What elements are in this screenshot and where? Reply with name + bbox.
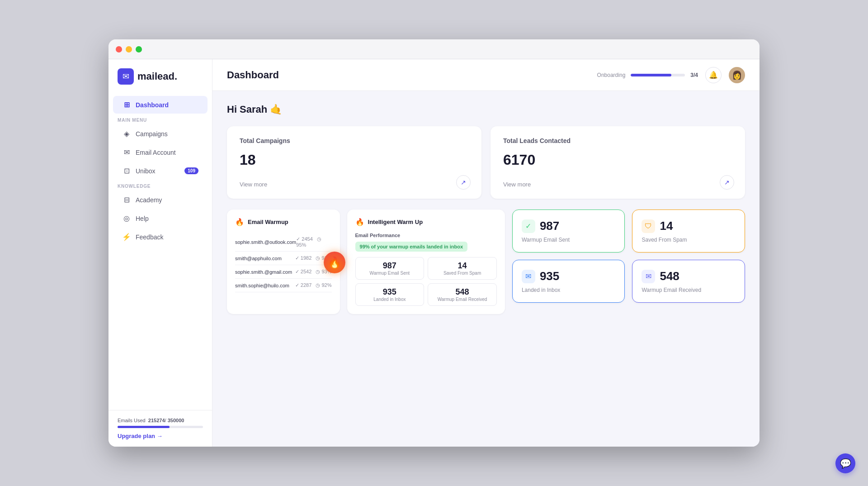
email-address: sophie.smith.@gmail.com bbox=[235, 269, 292, 275]
sidebar: ✉ mailead. ⊞ Dashboard MAIN MENU ◈ Campa… bbox=[108, 59, 212, 447]
sidebar-item-label: Feedback bbox=[136, 233, 163, 241]
sidebar-item-label: Dashboard bbox=[136, 101, 169, 109]
check-icon: ✓ bbox=[522, 219, 535, 233]
mini-stat-top: ✉ 935 bbox=[522, 269, 616, 283]
mini-stats-container: ✓ 987 Warmup Email Sent 🛡 14 bbox=[512, 210, 745, 314]
list-item: sophie.smith.@gmail.com ✓ 2542 ◷ 93% bbox=[235, 265, 332, 279]
emails-used-label: Emails Used 215274/ 350000 bbox=[118, 418, 203, 423]
page-title: Dashboard bbox=[227, 69, 279, 81]
perf-num-spam: 14 bbox=[433, 261, 492, 271]
perf-num-sent: 987 bbox=[360, 261, 420, 271]
titlebar bbox=[108, 39, 760, 59]
mini-stat-saved-spam: 🛡 14 Saved From Spam bbox=[632, 210, 745, 253]
intelligent-warmup-header: 🔥 Intelligent Warm Up bbox=[355, 218, 497, 226]
onboarding-progress-fill bbox=[631, 74, 671, 76]
app-window: ✉ mailead. ⊞ Dashboard MAIN MENU ◈ Campa… bbox=[108, 39, 760, 447]
onboarding-progress-bar bbox=[631, 74, 685, 76]
onboarding-area: Onboarding 3/4 bbox=[597, 72, 698, 78]
perf-label-sent: Warmup Email Sent bbox=[360, 271, 420, 276]
emails-progress-bar bbox=[118, 426, 203, 428]
total-campaigns-card: Total Campaigns 18 View more ↗ bbox=[227, 126, 481, 199]
chat-button[interactable]: 💬 bbox=[835, 453, 855, 473]
header: Dashboard Onboarding 3/4 🔔 👩 bbox=[212, 59, 760, 91]
feedback-icon: ⚡ bbox=[122, 233, 131, 241]
warmup-flame-indicator: 🔥 bbox=[324, 252, 345, 273]
mini-stat-label-inbox: Landed in Inbox bbox=[522, 287, 616, 293]
notifications-button[interactable]: 🔔 bbox=[705, 67, 722, 83]
email-address: smith.sophie@huilo.com bbox=[235, 283, 289, 288]
avatar[interactable]: 👩 bbox=[729, 67, 745, 83]
total-campaigns-value: 18 bbox=[240, 152, 469, 168]
traffic-lights bbox=[116, 46, 142, 52]
perf-cell-sent: 987 Warmup Email Sent bbox=[355, 257, 425, 280]
intelligent-warmup-card: 🔥 Intelligent Warm Up Email Performance … bbox=[347, 210, 505, 314]
mini-stat-label-received: Warmup Email Received bbox=[642, 287, 736, 293]
home-icon: ⊞ bbox=[122, 100, 131, 109]
perf-label-spam: Saved From Spam bbox=[433, 271, 492, 276]
main-menu-label: MAIN MENU bbox=[108, 114, 212, 124]
dashboard-content: Hi Sarah 🤙 Total Campaigns 18 View more … bbox=[212, 91, 760, 447]
academy-icon: ⊟ bbox=[122, 195, 131, 204]
sidebar-item-academy[interactable]: ⊟ Academy bbox=[113, 191, 208, 209]
main-content: Dashboard Onboarding 3/4 🔔 👩 bbox=[212, 59, 760, 447]
view-more-campaigns-arrow[interactable]: ↗ bbox=[456, 175, 471, 190]
email-icon: ✉ bbox=[122, 148, 131, 157]
receive-icon: ✉ bbox=[642, 270, 655, 283]
header-right: Onboarding 3/4 🔔 👩 bbox=[597, 67, 745, 83]
flame-icon-2: 🔥 bbox=[355, 218, 364, 226]
list-item: smith.sophie@huilo.com ✓ 2287 ◷ 92% bbox=[235, 279, 332, 292]
mini-stat-label-spam: Saved From Spam bbox=[642, 237, 736, 243]
shield-icon: 🛡 bbox=[642, 219, 655, 233]
performance-badge: 99% of your warmup emails landed in inbo… bbox=[355, 242, 468, 252]
sidebar-item-help[interactable]: ◎ Help bbox=[113, 210, 208, 227]
emails-progress-fill bbox=[118, 426, 170, 428]
sidebar-item-unibox[interactable]: ⊡ Unibox 109 bbox=[113, 162, 208, 180]
campaigns-icon: ◈ bbox=[122, 129, 131, 138]
sidebar-item-label: Email Account bbox=[136, 149, 176, 156]
sidebar-item-feedback[interactable]: ⚡ Feedback bbox=[113, 228, 208, 246]
warmup-row: 🔥 Email Warmup sophie.smith.@outlook.com… bbox=[227, 210, 745, 314]
email-address: smith@apphuilo.com bbox=[235, 256, 282, 261]
mini-stat-num-spam: 14 bbox=[660, 219, 673, 233]
logo-area: ✉ mailead. bbox=[108, 59, 212, 95]
greeting: Hi Sarah 🤙 bbox=[227, 104, 745, 115]
perf-cell-received: 548 Warmup Email Received bbox=[428, 283, 497, 306]
view-more-campaigns[interactable]: View more bbox=[240, 181, 469, 188]
mini-stat-top: ✓ 987 bbox=[522, 219, 616, 233]
sidebar-item-label: Help bbox=[136, 215, 149, 222]
sidebar-item-email-account[interactable]: ✉ Email Account bbox=[113, 143, 208, 161]
email-address: sophie.smith.@outlook.com bbox=[235, 239, 296, 245]
upgrade-plan-link[interactable]: Upgrade plan → bbox=[118, 433, 203, 439]
unibox-icon: ⊡ bbox=[122, 167, 131, 175]
unibox-badge: 109 bbox=[184, 167, 198, 174]
onboarding-label: Onboarding bbox=[597, 72, 626, 78]
sidebar-item-dashboard[interactable]: ⊞ Dashboard bbox=[113, 96, 208, 114]
knowledge-label: KNOWLEDGE bbox=[108, 180, 212, 191]
list-item: sophie.smith.@outlook.com ✓ 2454 ◷ 95% bbox=[235, 233, 332, 252]
total-leads-value: 6170 bbox=[503, 152, 732, 168]
sidebar-item-campaigns[interactable]: ◈ Campaigns bbox=[113, 125, 208, 143]
perf-label-inbox: Landed in Inbox bbox=[360, 297, 420, 302]
view-more-leads[interactable]: View more bbox=[503, 181, 732, 188]
inbox-icon: ✉ bbox=[522, 270, 535, 283]
total-leads-label: Total Leads Contacted bbox=[503, 137, 732, 144]
sidebar-item-label: Academy bbox=[136, 196, 162, 204]
mini-stat-landed-inbox: ✉ 935 Landed in Inbox bbox=[512, 260, 625, 303]
mini-stat-num-inbox: 935 bbox=[540, 269, 559, 283]
view-more-leads-arrow[interactable]: ↗ bbox=[720, 175, 734, 190]
perf-cell-spam: 14 Saved From Spam bbox=[428, 257, 497, 280]
help-icon: ◎ bbox=[122, 214, 131, 223]
logo-text: mailead. bbox=[137, 71, 177, 82]
email-warmup-card: 🔥 Email Warmup sophie.smith.@outlook.com… bbox=[227, 210, 340, 314]
minimize-button[interactable] bbox=[126, 46, 132, 52]
maximize-button[interactable] bbox=[136, 46, 142, 52]
email-warmup-header: 🔥 Email Warmup bbox=[235, 218, 332, 226]
mini-stat-top: ✉ 548 bbox=[642, 269, 736, 283]
total-campaigns-label: Total Campaigns bbox=[240, 137, 469, 144]
logo-icon: ✉ bbox=[118, 68, 134, 85]
performance-label: Email Performance bbox=[355, 233, 497, 238]
close-button[interactable] bbox=[116, 46, 122, 52]
sidebar-bottom: Emails Used 215274/ 350000 Upgrade plan … bbox=[108, 410, 212, 447]
intelligent-warmup-title: Intelligent Warm Up bbox=[368, 219, 423, 225]
perf-num-received: 548 bbox=[433, 287, 492, 297]
